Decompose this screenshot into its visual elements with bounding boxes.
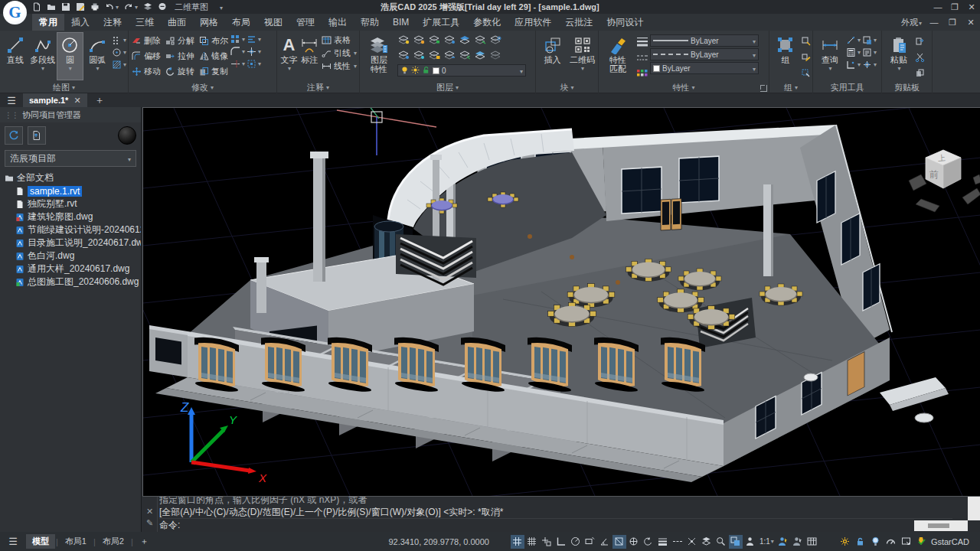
tab-layout[interactable]: 布局 <box>225 14 257 31</box>
doc-restore-button[interactable]: ❐ <box>946 18 959 28</box>
trim-tool-button[interactable] <box>230 59 245 69</box>
layer-walk-icon[interactable] <box>489 34 501 47</box>
document-tab[interactable]: sample.1* ✕ <box>23 93 87 107</box>
layer-dropdown[interactable]: 0 <box>397 64 526 77</box>
explode-button[interactable]: 分解 <box>165 33 195 48</box>
rotate-button[interactable]: 旋转 <box>165 64 195 79</box>
settings-gear-icon[interactable] <box>839 535 851 549</box>
arc-button[interactable]: 圆弧 <box>84 33 110 80</box>
layer-prev-icon[interactable] <box>459 49 471 63</box>
dynamic-input-toggle[interactable] <box>583 535 597 549</box>
save-as-button[interactable] <box>76 2 85 11</box>
tab-mesh[interactable]: 网格 <box>193 14 225 31</box>
snap-grid-toggle[interactable] <box>525 535 539 549</box>
grid-display-toggle[interactable] <box>511 535 524 549</box>
drawing-viewport[interactable]: Z Y X 上 前 <box>142 107 980 496</box>
group-edit-icon[interactable] <box>801 51 811 65</box>
group-button[interactable]: 组 <box>772 33 799 80</box>
layer-state-unlock-icon[interactable] <box>428 34 440 47</box>
snap-3d-toggle[interactable] <box>627 535 641 549</box>
tab-manage[interactable]: 管理 <box>289 14 322 31</box>
linetype-dropdown[interactable]: ByLayer <box>650 48 759 60</box>
text-button[interactable]: A 文字 <box>279 33 299 80</box>
print-button[interactable] <box>90 2 100 11</box>
panel-label-draw[interactable]: 绘图 <box>0 82 128 93</box>
import-file-button[interactable] <box>28 126 46 145</box>
insert-block-button[interactable]: 插入 <box>538 33 567 80</box>
file-item[interactable]: 总图施工图_20240606.dwg <box>5 276 141 289</box>
model-tab[interactable]: 模型 <box>26 534 55 549</box>
command-vertical-scrollbar[interactable] <box>968 497 980 520</box>
panel-label-block[interactable]: 块 <box>536 82 598 93</box>
angle-constraint-toggle[interactable] <box>598 535 612 549</box>
app-logo-icon[interactable]: G <box>3 1 27 24</box>
hatch-tool-button[interactable] <box>112 60 126 70</box>
rotation-toggle[interactable] <box>642 535 655 549</box>
stretch-button[interactable]: 拉伸 <box>165 48 195 64</box>
open-file-button[interactable] <box>47 2 56 11</box>
close-tab-icon[interactable]: ✕ <box>74 96 80 106</box>
file-item[interactable]: 目录施工说明_20240617.dwg <box>5 236 141 249</box>
lineweight-icon[interactable] <box>636 36 648 50</box>
layer-properties-button[interactable]: 图层特性 <box>362 33 396 80</box>
annotation-scale-dropdown[interactable]: 1:1 <box>758 537 776 546</box>
appearance-dropdown[interactable]: 外观 <box>901 17 922 28</box>
layer-freeze-icon[interactable] <box>413 49 425 63</box>
panel-label-clipboard[interactable]: 剪贴板 <box>882 82 932 93</box>
tab-surface[interactable]: 曲面 <box>161 14 193 31</box>
color-grid-icon[interactable] <box>636 68 648 82</box>
command-line-panel[interactable]: ✕ ✎ 指定窗口的角点，输入比例因子 (nX 或 nXP)，或者 [全部(A)/… <box>142 496 980 532</box>
point-style-icon[interactable] <box>862 60 877 70</box>
properties-dialog-launcher[interactable] <box>760 85 767 92</box>
annotation-visibility-toggle[interactable] <box>743 535 757 549</box>
tab-annotate[interactable]: 注释 <box>96 14 129 31</box>
lock-icon[interactable] <box>854 535 867 549</box>
mirror-button[interactable]: 镜像 <box>198 48 229 64</box>
close-button[interactable]: ✕ <box>963 0 980 14</box>
copy-button[interactable]: 复制 <box>198 64 229 79</box>
linetype-toggle[interactable] <box>671 535 684 549</box>
distance-tool-icon[interactable] <box>846 35 861 45</box>
layer-visibility-toggle[interactable] <box>700 535 714 549</box>
align-tool-button[interactable] <box>247 34 261 44</box>
layer-lock-icon[interactable] <box>428 49 440 63</box>
move-button[interactable]: 移动 <box>131 64 162 79</box>
cut-icon[interactable] <box>915 51 925 65</box>
tab-view[interactable]: 视图 <box>257 14 289 31</box>
layout1-tab[interactable]: 布局1 <box>59 534 93 549</box>
linetype-icon[interactable] <box>636 52 648 66</box>
file-item[interactable]: 独院别墅.rvt <box>5 197 141 210</box>
object-snap-toggle[interactable] <box>612 535 626 549</box>
tab-apps[interactable]: 应用软件 <box>508 14 558 31</box>
copy-clip-icon[interactable] <box>915 35 925 49</box>
zoom-tool-toggle[interactable] <box>714 535 728 549</box>
tab-insert[interactable]: 插入 <box>64 14 96 31</box>
command-prompt-input[interactable]: 命令: <box>159 518 952 531</box>
panel-label-annotate[interactable]: 注释 <box>277 82 359 93</box>
workspace-dropdown[interactable]: 二维草图 <box>175 2 266 13</box>
paste-button[interactable]: 粘贴 <box>884 33 913 80</box>
new-document-tab-button[interactable]: ＋ <box>87 93 113 107</box>
lineweight-toggle[interactable] <box>656 535 670 549</box>
area-tool-icon[interactable] <box>862 35 877 45</box>
doc-close-button[interactable]: ✕ <box>965 18 977 28</box>
quick-properties-toggle[interactable] <box>805 535 819 549</box>
polyline-button[interactable]: 多段线 <box>30 33 56 80</box>
save-button[interactable] <box>61 2 70 11</box>
tree-root-folder[interactable]: 全部文档 <box>5 171 141 184</box>
panel-label-properties[interactable]: 特性 <box>599 82 769 93</box>
layer-vp-freeze-icon[interactable] <box>474 49 486 63</box>
panel-label-utilities[interactable]: 实用工具 <box>813 82 881 93</box>
layout2-tab[interactable]: 布局2 <box>96 534 130 549</box>
chat-button[interactable] <box>158 2 167 11</box>
tab-cloud-markup[interactable]: 云批注 <box>558 14 599 31</box>
layer-state-on-icon[interactable] <box>397 34 410 47</box>
ungroup-icon[interactable] <box>801 35 811 49</box>
qrcode-button[interactable]: 二维码 <box>568 33 596 80</box>
user-avatar[interactable] <box>118 126 136 145</box>
select-similar-button[interactable] <box>247 59 261 69</box>
status-menu-icon[interactable]: ☰ <box>0 536 26 547</box>
copy-base-icon[interactable] <box>915 67 925 81</box>
layer-match-icon[interactable] <box>443 49 456 63</box>
ellipse-tool-button[interactable] <box>112 47 126 57</box>
